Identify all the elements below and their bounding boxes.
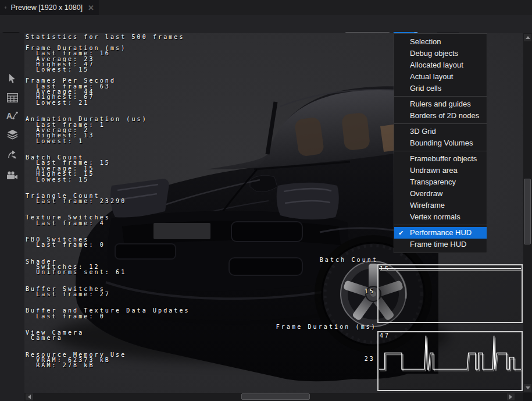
grid-table-icon [7,93,18,102]
scroll-up-button[interactable] [524,34,531,41]
menu-item-actual-layout[interactable]: Actual layout [394,71,487,83]
menu-item-label: Performance HUD [410,228,472,237]
menu-item-rulers-and-guides[interactable]: Rulers and guides [394,98,487,110]
vertical-scrollbar-thumb[interactable] [524,179,531,244]
menu-separator [394,151,487,151]
layers-icon [7,129,18,140]
menu-item-grid-cells[interactable]: Grid cells [394,83,487,94]
arrow-right-icon [509,395,512,399]
menu-item-undrawn-area[interactable]: Undrawn area [394,165,487,176]
sidebar-camera-tool[interactable] [5,168,19,182]
arrow-left-icon [28,395,31,399]
menu-item-wireframe[interactable]: Wireframe [394,200,487,211]
menu-separator [394,123,487,124]
toolbar: Restart 100% [0,15,532,33]
tab-title: Preview [1920 x 1080] [10,3,83,12]
menu-item-3d-grid[interactable]: 3D Grid [394,126,487,137]
text-animation-icon: A [6,111,18,121]
arrow-down-icon [526,386,530,389]
menu-item-selection[interactable]: Selection [394,36,487,48]
menu-item-borders-of-2d-nodes[interactable]: Borders of 2D nodes [394,110,487,122]
sidebar-grid-tool[interactable] [5,91,19,105]
sidebar-layers-tool[interactable] [5,127,19,141]
camera-icon [6,171,18,180]
svg-text:A: A [6,111,12,120]
scrollbar-corner [523,393,532,401]
menu-separator [394,96,487,97]
menu-item-framebuffer-objects[interactable]: Framebuffer objects [394,153,487,165]
sidebar-select-tool[interactable] [5,72,19,86]
tool-sidebar: A [0,33,24,401]
frame-duration-graph-line [379,332,522,390]
frame-duration-graph-title: Frame Duration (ms) [276,324,377,330]
menu-item-debug-objects[interactable]: Debug objects [394,48,487,59]
horizontal-scrollbar[interactable] [24,393,523,401]
scroll-down-button[interactable] [524,384,531,392]
checkmark-icon: ✔ [398,227,404,239]
frame-duration-graph: 47 [377,331,523,391]
menu-item-performance-hud[interactable]: ✔ Performance HUD [394,227,487,239]
batch-count-graph-title: Batch Count [320,257,378,263]
preview-window: { "window": { "tab_title": "Preview [192… [0,0,532,401]
scroll-left-button[interactable] [26,393,33,400]
arrow-up-icon [526,36,530,39]
sidebar-flow-tool[interactable] [5,147,19,161]
tab-close-icon[interactable]: ✕ [88,3,94,12]
menu-item-frame-time-hud[interactable]: Frame time HUD [394,239,487,250]
performance-hud-text: Statistics for last 500 frames Frame Dur… [26,34,190,368]
menu-item-transparency[interactable]: Transparency [394,176,487,188]
menu-item-allocated-layout[interactable]: Allocated layout [394,59,487,71]
sidebar-text-animation-tool[interactable]: A [5,109,19,123]
menu-item-overdraw[interactable]: Overdraw [394,188,487,200]
horizontal-scrollbar-thumb[interactable] [241,393,310,400]
menu-separator [394,225,487,225]
play-circle-icon [5,3,6,12]
menu-item-bounding-volumes[interactable]: Bounding Volumes [394,137,487,149]
visualization-dropdown-menu: Selection Debug objects Allocated layout… [394,33,487,253]
batch-count-mid-label: 15 [365,288,375,294]
select-arrow-icon [7,73,17,84]
title-bar: Preview [1920 x 1080] ✕ [0,0,532,15]
batch-count-graph: 15 [377,264,523,323]
batch-count-graph-line [379,265,522,322]
flow-arrows-icon [7,149,17,159]
vertical-scrollbar[interactable] [523,33,532,393]
preview-tab[interactable]: Preview [1920 x 1080] ✕ [0,0,99,15]
frame-duration-mid-label: 23 [365,356,375,362]
menu-item-vertex-normals[interactable]: Vertex normals [394,211,487,223]
scroll-right-button[interactable] [507,393,515,400]
